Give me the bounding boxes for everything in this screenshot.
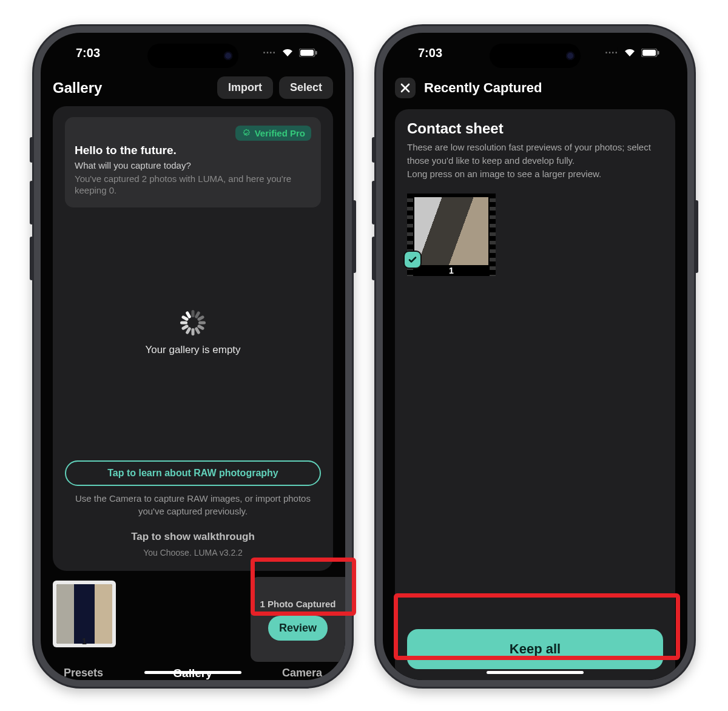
wifi-icon (623, 46, 636, 60)
phone-right: 7:03 ···· Recently Captured (374, 24, 696, 689)
badge-label: Verified Pro (255, 128, 305, 138)
sheet-title: Recently Captured (424, 80, 542, 96)
close-button[interactable] (395, 78, 416, 98)
welcome-question: What will you capture today? (75, 160, 311, 172)
status-time: 7:03 (65, 46, 100, 60)
keep-all-button[interactable]: Keep all (407, 629, 663, 669)
capture-count-label: 1 Photo Captured (260, 599, 335, 610)
verified-pro-badge: Verified Pro (235, 126, 311, 141)
thumbnail-image (56, 584, 112, 644)
page-title: Gallery (53, 79, 102, 96)
thumbnail-number: 1 (53, 636, 116, 646)
cellular-dots-icon: ···· (605, 47, 618, 58)
capture-pod: 1 Photo Captured Review (251, 577, 345, 662)
contact-thumbnail[interactable]: 1 (407, 194, 496, 276)
recent-thumbnail[interactable]: 1 (53, 581, 116, 647)
status-time: 7:03 (407, 46, 442, 60)
phone-left: 7:03 ···· Gallery Import Select (32, 24, 354, 689)
dynamic-island (147, 44, 238, 68)
empty-label: Your gallery is empty (145, 344, 240, 356)
svg-rect-4 (642, 50, 656, 56)
wifi-icon (281, 46, 294, 60)
battery-icon (641, 46, 659, 60)
home-indicator[interactable] (487, 671, 584, 674)
contact-sheet-panel: Contact sheet These are low resolution f… (395, 109, 675, 680)
svg-rect-1 (300, 50, 314, 56)
contact-sheet-desc: These are low resolution fast previews o… (407, 141, 663, 180)
tab-camera[interactable]: Camera (282, 667, 322, 680)
version-label: You Choose. LUMA v3.2.2 (65, 548, 321, 558)
contact-sheet-heading: Contact sheet (407, 120, 663, 137)
battery-icon (299, 46, 317, 60)
dynamic-island (490, 44, 581, 68)
welcome-card: Verified Pro Hello to the future. What w… (65, 117, 321, 207)
welcome-stats: You've captured 2 photos with LUMA, and … (75, 173, 311, 197)
gallery-panel: Verified Pro Hello to the future. What w… (53, 106, 333, 571)
learn-raw-button[interactable]: Tap to learn about RAW photography (65, 460, 321, 486)
selected-check-icon[interactable] (405, 252, 420, 268)
home-indicator[interactable] (144, 671, 241, 674)
thumbnail-image (414, 197, 488, 265)
svg-rect-2 (315, 51, 317, 55)
close-icon (400, 83, 410, 93)
walkthrough-button[interactable]: Tap to show walkthrough (65, 531, 321, 543)
thumbnail-number: 1 (407, 266, 496, 275)
select-button[interactable]: Select (279, 76, 333, 99)
cellular-dots-icon: ···· (263, 47, 276, 58)
helper-text: Use the Camera to capture RAW images, or… (65, 492, 321, 517)
spinner-icon (180, 310, 206, 335)
tab-presets[interactable]: Presets (64, 667, 103, 680)
review-button[interactable]: Review (268, 616, 328, 641)
import-button[interactable]: Import (217, 76, 273, 99)
welcome-heading: Hello to the future. (75, 144, 311, 157)
svg-rect-5 (658, 51, 659, 55)
